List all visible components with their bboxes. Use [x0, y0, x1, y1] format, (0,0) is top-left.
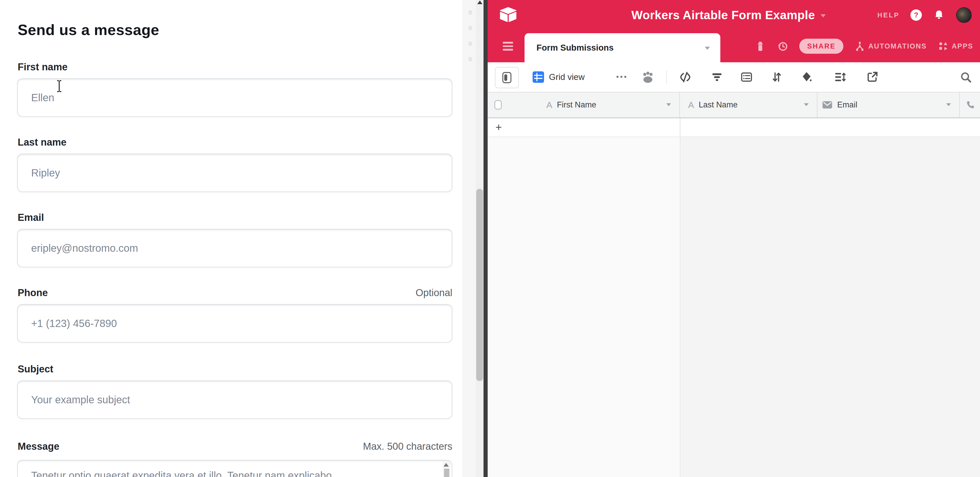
- share-view-button[interactable]: [866, 71, 879, 84]
- column-caret-icon: [804, 103, 809, 106]
- filter-button[interactable]: [710, 71, 724, 84]
- select-all-checkbox[interactable]: [495, 100, 502, 109]
- email-field-icon: [822, 100, 832, 109]
- subject-label: Subject: [18, 362, 53, 376]
- message-label: Message: [18, 440, 59, 453]
- contact-form-pane: Send us a message First name Last name E…: [0, 0, 462, 477]
- column-header-email[interactable]: Email: [818, 92, 960, 117]
- column-header-last-name[interactable]: A Last Name: [680, 92, 818, 117]
- grid-empty-area: [488, 137, 980, 477]
- page-title: Send us a message: [18, 22, 159, 38]
- hamburger-menu-icon[interactable]: [503, 41, 513, 51]
- collaborators-icon[interactable]: [640, 71, 656, 84]
- message-text: Tenetur optio quaerat expedita vera et i…: [31, 469, 436, 477]
- last-name-label: Last name: [18, 135, 67, 149]
- share-view-icon: [866, 71, 879, 84]
- grid-header-row: A First Name A Last Name Email: [488, 92, 980, 118]
- phone-optional-hint: Optional: [415, 286, 452, 300]
- last-name-input[interactable]: [17, 154, 452, 192]
- message-maxchars-hint: Max. 500 characters: [363, 440, 452, 453]
- apps-label: APPS: [952, 42, 973, 50]
- paint-fill-icon: [800, 71, 813, 84]
- column-header-phone[interactable]: Phone: [960, 92, 980, 117]
- color-button[interactable]: [800, 71, 813, 84]
- column-caret-icon: [946, 103, 951, 106]
- history-icon[interactable]: [776, 40, 789, 52]
- automations-label: AUTOMATIONS: [868, 42, 927, 50]
- gutter-dot: [468, 57, 472, 61]
- phone-label: Phone: [18, 286, 48, 300]
- toolbar-divider: [666, 71, 667, 84]
- search-icon: [959, 70, 972, 84]
- tab-form-submissions[interactable]: Form Submissions: [525, 33, 720, 62]
- pane-gutter: [462, 0, 476, 477]
- email-label: Email: [18, 211, 44, 224]
- base-title-caret-icon: [821, 14, 826, 17]
- text-field-icon: A: [546, 100, 552, 110]
- automations-icon: [854, 40, 866, 52]
- filter-icon: [710, 71, 724, 84]
- scrollbar-up-arrow-icon[interactable]: [477, 0, 482, 4]
- row-height-icon: [834, 71, 846, 84]
- view-sidebar-toggle-button[interactable]: [495, 67, 519, 88]
- screen: Send us a message First name Last name E…: [0, 0, 980, 477]
- view-toolbar: Grid view: [488, 62, 980, 92]
- message-textarea[interactable]: Tenetur optio quaerat expedita vera et i…: [17, 460, 452, 477]
- phone-input[interactable]: [17, 304, 452, 342]
- left-window-scrollbar-thumb[interactable]: [476, 189, 483, 381]
- column-divider: [680, 118, 680, 137]
- help-badge-icon[interactable]: ?: [910, 10, 922, 21]
- tab-caret-icon: [705, 47, 710, 50]
- subject-input[interactable]: [17, 380, 452, 419]
- share-button[interactable]: SHARE: [799, 39, 843, 54]
- gutter-dot: [468, 26, 472, 30]
- add-record-row[interactable]: +: [488, 118, 980, 137]
- airtable-topbar: Workers Airtable Form Example HELP ?: [488, 0, 980, 30]
- text-field-icon: A: [688, 100, 694, 110]
- first-name-input[interactable]: [17, 78, 452, 117]
- search-button[interactable]: [959, 71, 972, 84]
- frozen-column-area: [488, 137, 680, 477]
- add-record-plus-icon[interactable]: +: [495, 118, 502, 136]
- gutter-dot: [468, 41, 472, 46]
- column-caret-icon: [666, 103, 671, 106]
- hide-fields-button[interactable]: [679, 71, 692, 84]
- table-tab-label: Form Submissions: [536, 33, 614, 62]
- user-avatar[interactable]: [956, 7, 972, 23]
- apps-button[interactable]: APPS: [937, 40, 973, 52]
- trash-icon[interactable]: [755, 40, 766, 52]
- base-title[interactable]: Workers Airtable Form Example: [632, 8, 815, 22]
- email-input[interactable]: [17, 229, 452, 267]
- grid-view-icon: [532, 71, 544, 83]
- notifications-bell-icon[interactable]: [933, 9, 945, 21]
- gutter-dot: [468, 10, 472, 14]
- help-menu[interactable]: HELP: [877, 11, 899, 19]
- row-height-button[interactable]: [834, 71, 846, 84]
- phone-field-icon: [966, 100, 975, 110]
- apps-icon: [937, 40, 949, 52]
- group-button[interactable]: [740, 71, 753, 84]
- airtable-window: Workers Airtable Form Example HELP ? For…: [488, 0, 980, 477]
- ibeam-cursor-icon: [56, 80, 62, 92]
- hide-fields-icon: [679, 71, 692, 84]
- airtable-tabbar: Form Submissions SHARE: [488, 30, 980, 62]
- view-name[interactable]: Grid view: [549, 62, 585, 92]
- column-divider: [680, 137, 680, 477]
- view-options-ellipsis-icon[interactable]: [616, 76, 626, 78]
- group-icon: [740, 71, 753, 84]
- automations-button[interactable]: AUTOMATIONS: [854, 40, 927, 52]
- column-header-first-name[interactable]: A First Name: [488, 92, 680, 117]
- message-scrollbar-thumb[interactable]: [444, 469, 449, 477]
- scroll-up-arrow-icon[interactable]: [444, 463, 449, 467]
- window-edge-divider: [484, 0, 488, 477]
- sidebar-toggle-icon: [502, 72, 512, 83]
- first-name-label: First name: [18, 60, 67, 74]
- sort-icon: [770, 71, 783, 84]
- sort-button[interactable]: [770, 71, 783, 84]
